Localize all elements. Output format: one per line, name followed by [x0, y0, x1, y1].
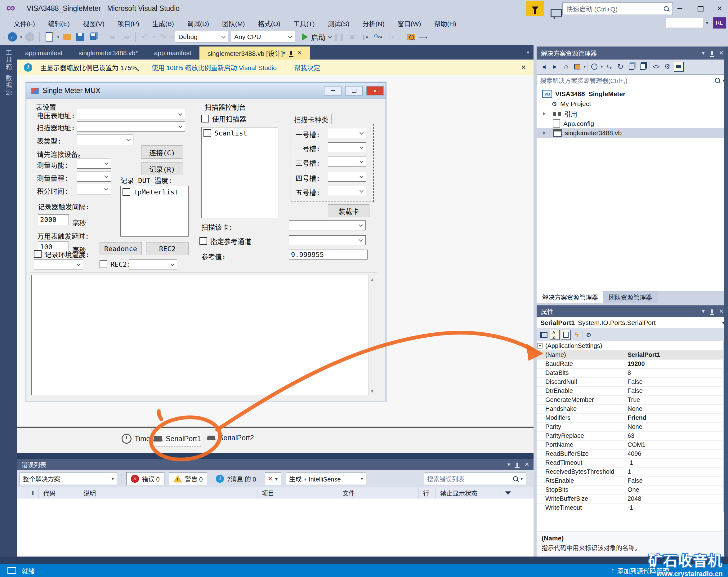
- property-row[interactable]: ParityReplace63: [537, 431, 723, 441]
- window-position-dropdown-icon[interactable]: ▾: [702, 50, 705, 56]
- tab-list-dropdown-icon[interactable]: ▾: [527, 50, 529, 55]
- use-scanner-check-row[interactable]: 使用扫描器: [201, 113, 246, 123]
- menu-edit[interactable]: 编辑(E): [42, 19, 76, 28]
- error-source-dropdown[interactable]: 生成 + IntelliSense▾: [286, 472, 366, 485]
- expand-icon[interactable]: [543, 131, 546, 135]
- env-temp-checkbox[interactable]: [34, 250, 42, 258]
- scanlist-checkedlistbox[interactable]: Scanlist: [201, 127, 278, 218]
- close-button[interactable]: ✕: [712, 2, 727, 15]
- data-sources-tab[interactable]: 数据源: [4, 75, 13, 97]
- sync-with-active-document-icon[interactable]: ⇆: [604, 62, 614, 71]
- menu-debug[interactable]: 调试(D): [181, 19, 215, 28]
- warnings-filter-button[interactable]: ! 警告 0: [169, 472, 208, 485]
- form-minimize-button[interactable]: [324, 86, 341, 95]
- tree-root-project[interactable]: VB VISA3488_SingleMeter: [537, 89, 728, 99]
- property-row[interactable]: PortNameCOM1: [537, 440, 723, 449]
- slot3-combo[interactable]: [328, 157, 366, 166]
- minimize-button[interactable]: [673, 2, 687, 15]
- home-icon[interactable]: ⌂: [562, 62, 571, 71]
- close-panel-icon[interactable]: ✕: [719, 308, 724, 315]
- collapse-all-icon[interactable]: [573, 62, 582, 71]
- undo-icon[interactable]: ↶: [140, 32, 151, 42]
- properties-object-dropdown[interactable]: SerialPort1 System.IO.Ports.SerialPort ▾: [537, 317, 728, 328]
- messages-filter-button[interactable]: i 7消息 的 0: [211, 472, 260, 485]
- property-row[interactable]: DataBits8: [537, 368, 723, 378]
- property-row[interactable]: DtrEnableFalse: [537, 386, 723, 395]
- rec2-check-row[interactable]: REC2:: [100, 260, 131, 268]
- properties-wrench-icon[interactable]: ⚙: [662, 62, 672, 71]
- scan-card-combo[interactable]: [289, 220, 366, 230]
- menu-team[interactable]: 团队(M): [216, 19, 251, 28]
- form-maximize-button[interactable]: [345, 86, 363, 95]
- navigate-back-icon[interactable]: ←: [7, 32, 18, 42]
- rec2-checkbox[interactable]: [100, 260, 107, 268]
- card-type-tab[interactable]: 扫描卡种类: [291, 114, 332, 124]
- solution-search-input[interactable]: 搜索解决方案资源管理器(Ctrl+;) ▾: [537, 75, 728, 86]
- error-scope-dropdown[interactable]: 整个解决方案▾: [20, 472, 117, 485]
- step-into-icon[interactable]: ↓●: [360, 32, 370, 42]
- pin-tab-icon[interactable]: [290, 51, 292, 55]
- tree-form-file[interactable]: singlemeter3488.vb: [537, 128, 728, 138]
- log-scrollbar[interactable]: ▲ ▼: [368, 275, 376, 395]
- close-info-bar-icon[interactable]: ✕: [521, 63, 526, 71]
- search-options-dropdown-icon[interactable]: ▾: [520, 476, 523, 481]
- help-me-decide-link[interactable]: 帮我决定: [294, 63, 320, 72]
- slot5-combo[interactable]: [328, 186, 366, 196]
- clear-filter-button[interactable]: ✕▼: [265, 472, 282, 485]
- solution-platform-dropdown[interactable]: Any CPU: [231, 31, 295, 43]
- property-row[interactable]: + (ApplicationSettings): [537, 341, 723, 351]
- property-row[interactable]: DiscardNullFalse: [537, 377, 723, 387]
- rec2-combo[interactable]: [129, 259, 177, 269]
- error-search-input[interactable]: 搜索错误列表 ▾: [424, 472, 526, 485]
- new-file-dropdown-icon[interactable]: ▾: [57, 35, 59, 39]
- readonce-button[interactable]: Readonce: [100, 242, 142, 255]
- menu-format[interactable]: 格式(O): [252, 19, 286, 28]
- property-row[interactable]: WriteBufferSize2048: [537, 494, 723, 503]
- search-icon[interactable]: [664, 6, 669, 11]
- close-panel-icon[interactable]: ✕: [719, 50, 724, 56]
- property-row-selected[interactable]: (Name)SerialPort1: [537, 350, 723, 360]
- navigate-back-dropdown-icon[interactable]: ▾: [20, 35, 22, 39]
- property-row[interactable]: GenerateMemberTrue: [537, 395, 723, 405]
- connect-button[interactable]: 连接(C): [141, 145, 183, 159]
- tray-serialport1[interactable]: SerialPort1: [153, 431, 201, 446]
- ref-channel-check-row[interactable]: 指定参考通道: [200, 236, 251, 246]
- tpmeterlist-checkbox[interactable]: [123, 188, 130, 196]
- integration-time-combo[interactable]: [77, 184, 111, 194]
- pending-changes-filter-icon[interactable]: [590, 62, 599, 71]
- property-row[interactable]: HandshakeNone: [537, 404, 723, 414]
- scroll-down-icon[interactable]: ▼: [368, 387, 376, 395]
- volt-address-combo[interactable]: [77, 109, 185, 119]
- events-lightning-icon[interactable]: ϟ: [572, 330, 581, 339]
- scanner-address-combo[interactable]: [77, 121, 185, 132]
- column-code[interactable]: 代码: [39, 487, 79, 499]
- use-scanner-checkbox[interactable]: [201, 115, 209, 122]
- log-textbox[interactable]: ▲ ▼: [31, 275, 376, 395]
- close-tab-icon[interactable]: ✕: [297, 50, 302, 56]
- column-line[interactable]: 行: [419, 487, 436, 499]
- menu-window[interactable]: 窗口(W): [391, 19, 427, 28]
- property-row[interactable]: ReadTimeout-1: [537, 458, 723, 468]
- menu-test[interactable]: 测试(S): [322, 19, 356, 28]
- notifications-filter-icon[interactable]: [526, 1, 544, 16]
- property-row[interactable]: WriteTimeout-1: [537, 503, 723, 513]
- property-row[interactable]: StopBitsOne: [537, 485, 723, 495]
- toolbox-tab[interactable]: 工具箱: [4, 49, 13, 71]
- window-position-dropdown-icon[interactable]: ▾: [508, 461, 510, 468]
- save-all-icon[interactable]: [88, 32, 98, 42]
- menu-project[interactable]: 项目(P): [111, 19, 146, 28]
- column-project[interactable]: 项目: [257, 487, 338, 499]
- menu-build[interactable]: 生成(B): [146, 19, 180, 28]
- pin-icon[interactable]: [711, 309, 713, 313]
- pin-icon[interactable]: [517, 463, 518, 467]
- start-dropdown-icon[interactable]: [328, 34, 332, 38]
- slot4-combo[interactable]: [328, 172, 366, 182]
- ref-value-input[interactable]: 9.999955: [289, 250, 368, 259]
- menu-help[interactable]: 帮助(H): [428, 19, 463, 28]
- open-file-icon[interactable]: [62, 32, 72, 42]
- measure-range-combo[interactable]: [77, 171, 111, 182]
- alphabetical-icon[interactable]: AZ↓: [550, 330, 560, 340]
- tpmeterlist-checkedlistbox[interactable]: tpMeterlist: [120, 186, 189, 237]
- rec2-button[interactable]: REC2: [146, 242, 189, 255]
- search-icon[interactable]: [513, 476, 518, 481]
